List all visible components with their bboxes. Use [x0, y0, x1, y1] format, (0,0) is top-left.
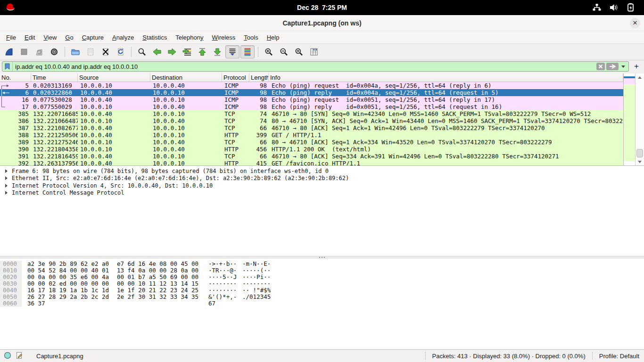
cell-proto: HTTP	[222, 160, 249, 165]
packet-row-387[interactable]: 387132.22108267710.0.0.4010.0.0.10TCP664…	[0, 124, 623, 132]
detail-line[interactable]: Ethernet II, Src: e2:a0:e7:6d:16:4e (e2:…	[0, 175, 644, 182]
colorize-button[interactable]	[240, 45, 255, 58]
filter-add-button[interactable]: +	[632, 62, 641, 71]
auto-scroll-button[interactable]	[225, 45, 239, 58]
hex-ascii1: 67	[208, 300, 239, 307]
menu-wireless[interactable]: Wireless	[208, 33, 240, 42]
packet-row-16[interactable]: 160.07753002810.0.0.4010.0.0.10ICMP98Ech…	[0, 96, 623, 103]
find-packet-button[interactable]	[135, 45, 149, 58]
column-header-destination[interactable]: Destination	[150, 74, 222, 82]
packet-row-5[interactable]: 50.02031316910.0.0.1010.0.0.40ICMP98Echo…	[0, 82, 623, 89]
menu-view[interactable]: View	[39, 33, 61, 42]
packet-row-391[interactable]: 391132.22181645910.0.0.4010.0.0.10TCP664…	[0, 153, 623, 160]
menu-tools[interactable]: Tools	[239, 33, 262, 42]
close-window-button[interactable]: ✕	[630, 18, 640, 28]
packet-bytes-pane: 0000a2 3e 90 2b 89 62 e2 a0e7 6d 16 4e 0…	[0, 258, 644, 349]
hex-offset: 0040	[0, 287, 22, 294]
scroll-up-arrow[interactable]	[636, 74, 644, 81]
cell-proto: TCP	[222, 139, 249, 146]
scroll-down-arrow[interactable]	[636, 158, 644, 165]
cell-src: 10.0.0.40	[78, 124, 150, 132]
cell-src: 10.0.0.10	[78, 117, 150, 124]
intelligent-scrollbar-minimap[interactable]	[623, 74, 636, 165]
cell-time: 132.220716685	[31, 110, 78, 117]
zoom-out-button[interactable]	[277, 45, 291, 58]
hex-ascii2: ./012345	[242, 294, 271, 300]
column-header-protocol[interactable]: Protocol	[222, 74, 249, 82]
close-file-button[interactable]	[99, 45, 113, 58]
expand-arrow-icon[interactable]	[5, 191, 8, 195]
column-header-info[interactable]: Info	[269, 74, 623, 82]
expand-arrow-icon[interactable]	[5, 176, 8, 180]
cell-src: 10.0.0.40	[78, 132, 150, 139]
column-header-no[interactable]: No.	[0, 74, 31, 82]
menu-go[interactable]: Go	[61, 33, 77, 42]
filter-dropdown-caret-icon[interactable]	[621, 66, 625, 68]
start-capture-button[interactable]	[2, 45, 16, 58]
profile-indicator[interactable]: Profile: Default	[599, 353, 644, 360]
clock[interactable]: Dec 28 7:25 PM	[0, 4, 644, 11]
save-file-button[interactable]	[83, 45, 98, 58]
open-file-button[interactable]	[68, 45, 83, 58]
packet-row-392[interactable]: 392132.26313795610.0.0.4010.0.0.10HTTP41…	[0, 160, 623, 165]
cell-dst: 10.0.0.10	[150, 153, 222, 160]
packet-row-390[interactable]: 390132.22180435810.0.0.1010.0.0.40HTTP45…	[0, 146, 623, 153]
hex-hex2: 00 00 10 11 12 13 14 15	[117, 280, 202, 287]
packet-row-389[interactable]: 389132.22127524610.0.0.1010.0.0.40TCP668…	[0, 139, 623, 146]
hex-row[interactable]: 004016 17 18 19 1a 1b 1c 1d1e 1f 20 21 2…	[0, 287, 644, 294]
menu-capture[interactable]: Capture	[78, 33, 108, 42]
cell-no: 391	[0, 153, 31, 160]
expand-arrow-icon[interactable]	[5, 184, 8, 188]
cell-time: 0.020322860	[31, 89, 78, 96]
cell-dst: 10.0.0.40	[150, 117, 222, 124]
expand-arrow-icon[interactable]	[5, 169, 8, 173]
reload-file-button[interactable]	[114, 45, 128, 58]
detail-line[interactable]: Internet Protocol Version 4, Src: 10.0.0…	[0, 182, 644, 189]
packet-row-17[interactable]: 170.07755002910.0.0.1010.0.0.40ICMP98Ech…	[0, 103, 623, 110]
hex-row[interactable]: 005026 27 28 29 2a 2b 2c 2d2e 2f 30 31 3…	[0, 294, 644, 300]
menu-analyze[interactable]: Analyze	[108, 33, 138, 42]
restart-capture-button[interactable]	[32, 45, 46, 58]
expert-info-icon[interactable]	[4, 352, 11, 361]
detail-line[interactable]: Frame 6: 98 bytes on wire (784 bits), 98…	[0, 167, 644, 175]
previous-packet-button[interactable]	[150, 45, 164, 58]
resize-columns-button[interactable]	[307, 45, 321, 58]
display-filter-input[interactable]	[13, 63, 596, 70]
cell-len: 66	[249, 139, 269, 146]
packet-row-385[interactable]: 385132.22071668510.0.0.4010.0.0.10TCP744…	[0, 110, 623, 117]
go-to-packet-button[interactable]	[180, 45, 194, 58]
filter-bookmark-icon[interactable]	[2, 62, 13, 71]
packet-row-388[interactable]: 388132.22125050610.0.0.4010.0.0.10HTTP39…	[0, 132, 623, 139]
hex-row[interactable]: 002000 0a 00 00 35 e6 00 4a00 01 b7 a5 5…	[0, 274, 644, 280]
detail-line[interactable]: Internet Control Message Protocol	[0, 189, 644, 197]
menu-help[interactable]: Help	[263, 33, 284, 42]
capture-comment-icon[interactable]	[16, 352, 23, 361]
column-header-length[interactable]: Length	[249, 74, 269, 82]
hex-row[interactable]: 003000 00 02 ed 00 00 00 0000 00 10 11 1…	[0, 280, 644, 287]
menu-telephony[interactable]: Telephony	[171, 33, 207, 42]
capture-options-button[interactable]	[47, 45, 61, 58]
filter-clear-icon[interactable]	[596, 63, 605, 70]
column-header-source[interactable]: Source	[78, 74, 150, 82]
first-packet-button[interactable]	[195, 45, 209, 58]
cell-no: 390	[0, 146, 31, 153]
filter-apply-icon[interactable]	[606, 63, 619, 70]
menu-file[interactable]: File	[2, 33, 20, 42]
next-packet-button[interactable]	[165, 45, 179, 58]
menu-statistics[interactable]: Statistics	[138, 33, 171, 42]
packet-row-6[interactable]: 60.02032286010.0.0.4010.0.0.10ICMP98Echo…	[0, 89, 623, 96]
last-packet-button[interactable]	[210, 45, 224, 58]
zoom-reset-button[interactable]	[292, 45, 306, 58]
menu-edit[interactable]: Edit	[20, 33, 39, 42]
cell-proto: HTTP	[222, 146, 249, 153]
packet-list-scrollbar[interactable]	[636, 74, 644, 165]
hex-row[interactable]: 0000a2 3e 90 2b 89 62 e2 a0e7 6d 16 4e 0…	[0, 261, 644, 267]
zoom-in-button[interactable]	[262, 45, 276, 58]
stop-capture-button[interactable]	[17, 45, 31, 58]
scrollbar-thumb[interactable]	[636, 149, 643, 157]
hex-row[interactable]: 001000 54 52 84 00 00 40 0113 f4 0a 00 0…	[0, 267, 644, 274]
cell-len: 74	[249, 110, 269, 117]
hex-row[interactable]: 006036 3767	[0, 300, 644, 307]
column-header-time[interactable]: Time	[31, 74, 78, 82]
packet-row-386[interactable]: 386132.22106648710.0.0.1010.0.0.40TCP748…	[0, 117, 623, 124]
